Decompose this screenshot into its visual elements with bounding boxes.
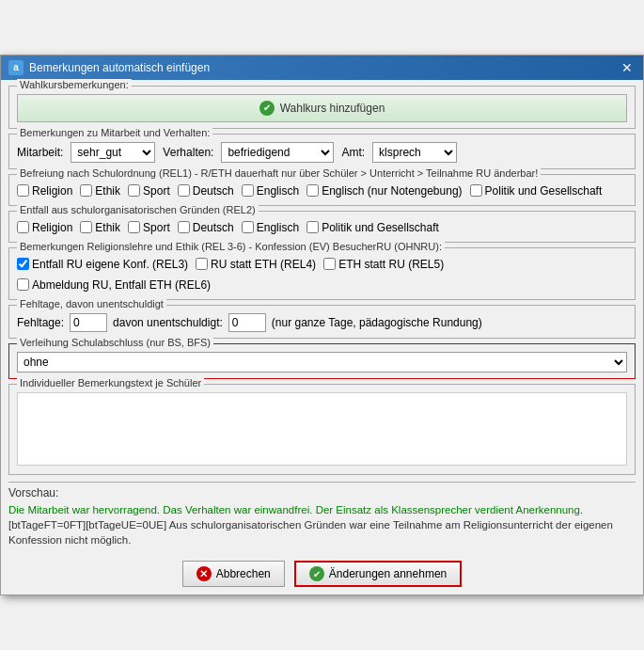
checkbox-eth-statt-ru: ETH statt RU (REL5) [323, 258, 444, 271]
wahlkurs-group: Wahlkursbemerkungen: ✔ Wahlkurs hinzufüg… [8, 86, 636, 129]
checkbox-entfall-ru-konf-input[interactable] [17, 258, 29, 270]
individuell-group: Individueller Bemerkungstext je Schüler [8, 384, 636, 475]
preview-green-text: Die Mitarbeit war hervorragend. Das Verh… [8, 504, 583, 515]
checkbox-sport-rel2: Sport [128, 221, 170, 234]
checkbox-ethik-rel1-label: Ethik [95, 184, 120, 198]
checkbox-deutsch-rel2-label: Deutsch [193, 221, 234, 234]
unentschuldigt-input[interactable] [228, 313, 266, 332]
verhalten-select[interactable]: sehr_gut gut befriedigend ausreichend ma… [221, 142, 334, 163]
checkbox-abmeldung-ru: Abmeldung RU, Entfall ETH (REL6) [17, 278, 211, 292]
checkbox-religion-rel1-label: Religion [32, 184, 72, 198]
checkbox-abmeldung-ru-input[interactable] [17, 278, 29, 291]
verleihung-label: Verleihung Schulabschluss (nur BS, BFS) [17, 337, 213, 348]
verleihung-group: Verleihung Schulabschluss (nur BS, BFS) … [8, 343, 636, 379]
verleihung-content: ohne [17, 352, 627, 373]
checkbox-deutsch-rel1-label: Deutsch [193, 184, 234, 198]
fehltage-hint: (nur ganze Tage, pädagogische Rundung) [272, 316, 482, 329]
checkbox-englisch-noten-rel1-label: Englisch (nur Notengebung) [322, 184, 462, 198]
fehltage-input[interactable] [70, 313, 107, 332]
verleihung-select[interactable]: ohne [17, 352, 627, 373]
checkbox-englisch-rel2: Englisch [242, 221, 299, 234]
befreiung-group: Befreiung nach Schulordnung (REL1) - R/E… [8, 174, 636, 206]
entfall-label: Entfall aus schulorganisatorischen Gründ… [17, 204, 259, 215]
preview-label: Vorschau: [8, 486, 58, 499]
checkbox-deutsch-rel2-input[interactable] [178, 221, 190, 233]
wahlkurs-label: Wahlkursbemerkungen: [17, 79, 132, 90]
preview-section: Vorschau: Die Mitarbeit war hervorragend… [8, 482, 636, 547]
checkbox-ethik-rel2: Ethik [80, 221, 120, 234]
individuell-content [17, 392, 627, 468]
checkbox-englisch-rel1-label: Englisch [257, 184, 299, 198]
verhalten-field-label: Verhalten: [163, 146, 213, 159]
close-button[interactable]: ✕ [619, 59, 636, 76]
checkbox-deutsch-rel1-input[interactable] [178, 184, 190, 197]
religionslehre-group: Bemerkungen Religionslehre und Ethik (RE… [8, 247, 636, 300]
checkbox-englisch-noten-rel1-input[interactable] [306, 184, 319, 197]
checkbox-religion-rel2-label: Religion [32, 221, 72, 234]
checkbox-politik-rel2-input[interactable] [306, 221, 319, 233]
unentschuldigt-field-label: davon unentschuldigt: [113, 316, 223, 329]
checkbox-deutsch-rel2: Deutsch [178, 221, 234, 234]
checkbox-sport-rel1-input[interactable] [128, 184, 140, 197]
accept-button[interactable]: ✔ Änderungen annehmen [294, 561, 462, 587]
checkbox-ethik-rel2-input[interactable] [80, 221, 92, 233]
mitarbeit-label: Bemerkungen zu Mitarbeit und Verhalten: [17, 127, 212, 138]
fehltage-field-label: Fehltage: [17, 316, 64, 329]
button-row: ✕ Abbrechen ✔ Änderungen annehmen [1, 555, 643, 595]
checkbox-ethik-rel2-label: Ethik [95, 221, 120, 234]
wahlkurs-button[interactable]: ✔ Wahlkurs hinzufügen [17, 94, 627, 122]
befreiung-checkboxes: Religion Ethik Sport Deutsch Englisch [17, 182, 627, 199]
fehltage-group: Fehltage, davon unentschuldigt Fehltage:… [8, 305, 636, 339]
wahlkurs-icon: ✔ [259, 101, 275, 116]
checkbox-eth-statt-ru-label: ETH statt RU (REL5) [338, 258, 444, 271]
cancel-icon: ✕ [196, 566, 212, 581]
mitarbeit-group: Bemerkungen zu Mitarbeit und Verhalten: … [8, 134, 636, 169]
entfall-checkboxes: Religion Ethik Sport Deutsch Englisch [17, 219, 627, 236]
checkbox-religion-rel1-input[interactable] [17, 184, 29, 197]
individuell-textarea[interactable] [17, 392, 627, 466]
checkbox-englisch-noten-rel1: Englisch (nur Notengebung) [306, 184, 462, 198]
checkbox-sport-rel2-label: Sport [143, 221, 170, 234]
wahlkurs-content: ✔ Wahlkurs hinzufügen [17, 94, 627, 122]
befreiung-label: Befreiung nach Schulordnung (REL1) - R/E… [17, 167, 541, 179]
entfall-group: Entfall aus schulorganisatorischen Gründ… [8, 211, 636, 243]
title-bar: a Bemerkungen automatisch einfügen ✕ [1, 55, 643, 80]
checkbox-abmeldung-ru-label: Abmeldung RU, Entfall ETH (REL6) [32, 278, 211, 292]
checkbox-ethik-rel1: Ethik [80, 184, 120, 198]
checkbox-ru-statt-eth-input[interactable] [196, 258, 208, 270]
checkbox-sport-rel1-label: Sport [143, 184, 170, 198]
dialog-body: Wahlkursbemerkungen: ✔ Wahlkurs hinzufüg… [1, 80, 643, 555]
individuell-label: Individueller Bemerkungstext je Schüler [17, 377, 204, 388]
cancel-button[interactable]: ✕ Abbrechen [182, 561, 285, 587]
religionslehre-checkboxes: Entfall RU eigene Konf. (REL3) RU statt … [17, 256, 627, 293]
checkbox-politik-rel1: Politik und Gesellschaft [470, 184, 603, 198]
dialog-window: a Bemerkungen automatisch einfügen ✕ Wah… [0, 55, 644, 595]
checkbox-entfall-ru-konf: Entfall RU eigene Konf. (REL3) [17, 258, 188, 271]
checkbox-entfall-ru-konf-label: Entfall RU eigene Konf. (REL3) [32, 258, 188, 271]
title-bar-left: a Bemerkungen automatisch einfügen [8, 60, 210, 75]
dialog-title: Bemerkungen automatisch einfügen [29, 61, 210, 74]
checkbox-englisch-rel2-input[interactable] [242, 221, 254, 233]
fehltage-row: Fehltage: davon unentschuldigt: (nur gan… [17, 313, 627, 332]
checkbox-politik-rel2-label: Politik und Gesellschaft [322, 221, 439, 234]
checkbox-politik-rel2: Politik und Gesellschaft [306, 221, 439, 234]
checkbox-religion-rel1: Religion [17, 184, 72, 198]
checkbox-religion-rel2: Religion [17, 221, 72, 234]
checkbox-religion-rel2-input[interactable] [17, 221, 29, 233]
amt-field-label: Amt: [341, 146, 365, 159]
amt-select[interactable]: klsprech keins [372, 142, 457, 163]
fehltage-label: Fehltage, davon unentschuldigt [17, 298, 166, 309]
checkbox-ethik-rel1-input[interactable] [80, 184, 92, 197]
mitarbeit-select[interactable]: sehr_gut gut befriedigend ausreichend ma… [71, 142, 155, 163]
checkbox-sport-rel2-input[interactable] [128, 221, 140, 233]
checkbox-englisch-rel1-input[interactable] [242, 184, 254, 197]
preview-content: Die Mitarbeit war hervorragend. Das Verh… [8, 502, 636, 547]
checkbox-deutsch-rel1: Deutsch [178, 184, 234, 198]
mitarbeit-field-label: Mitarbeit: [17, 146, 63, 159]
app-icon: a [8, 60, 24, 75]
checkbox-englisch-rel1: Englisch [242, 184, 299, 198]
checkbox-eth-statt-ru-input[interactable] [323, 258, 336, 270]
cancel-label: Abbrechen [216, 567, 271, 580]
checkbox-politik-rel1-input[interactable] [470, 184, 482, 197]
accept-label: Änderungen annehmen [329, 567, 447, 580]
